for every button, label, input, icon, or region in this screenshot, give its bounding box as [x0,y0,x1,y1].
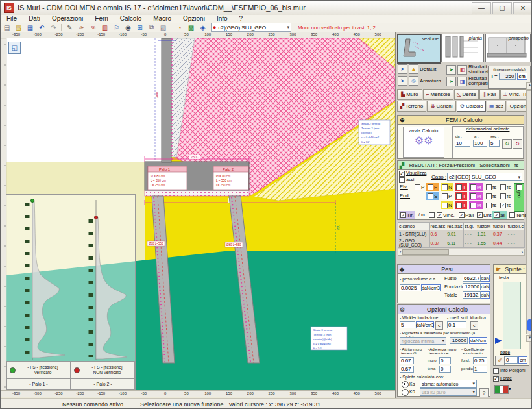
view-risultati-completi-button[interactable]: ➤ ◨ Risultaticompleti [446,76,488,86]
view-default-button[interactable]: ➤ ▲ Default [398,64,436,74]
cb-tir[interactable]: ✓Tir. [399,211,415,219]
attrito-terra-input[interactable] [400,366,414,373]
table-scroll-right[interactable]: › [520,250,524,254]
help-button[interactable]: ? [479,388,489,397]
cmd-dente[interactable]: ◺Dente [454,89,479,100]
undo-icon[interactable]: ↶ [36,23,47,32]
close-button[interactable]: ✕ [513,2,532,14]
cb-fnd-P[interactable]: P [441,192,453,200]
table-scrollbar-thumb[interactable] [402,249,449,255]
cb-fnd-fs1[interactable]: fs [485,192,498,200]
cb-fnd-S[interactable]: S [426,192,439,200]
new-file-icon[interactable]: ▤ [1,23,12,32]
maximize-button[interactable]: ▢ [492,2,512,14]
attrito-muro-input[interactable] [400,357,414,364]
cb-row3-M[interactable]: M [469,201,483,209]
cb-fnd-M[interactable]: M [469,192,483,200]
cb-ali[interactable]: ✓ali [492,211,507,219]
cb-fnd-fs2[interactable]: fs [499,192,512,200]
caso-dropdown[interactable]: c2|[GEO] SLU_GEO▾ [447,173,522,181]
book-icon[interactable]: ▥ [99,23,110,32]
rebar-percent-icon[interactable]: % [88,23,99,32]
preview-sezione[interactable]: sezione [397,34,441,64]
menu-info[interactable]: Info [211,15,234,23]
grid-icon[interactable]: ▩ [186,23,197,32]
menu-calcolo[interactable]: Calcolo [114,15,147,23]
spinte-level-input[interactable] [505,356,518,364]
avvia-calcolo-button[interactable]: avvia Calcolo ⚙⚙ [403,127,444,158]
edit-icon[interactable]: ✎ [64,23,75,32]
menu-macro[interactable]: Macro [147,15,177,23]
panel-scroll-up[interactable]: ▲ [526,82,532,90]
cmd-sez[interactable]: ▦sez [487,101,505,112]
save-icon[interactable]: ▦ [25,23,36,32]
pesi-fusto-value[interactable] [463,275,481,282]
interasse-input[interactable] [499,73,516,80]
open-icon[interactable]: ▨ [13,23,24,32]
peso-volume-input[interactable] [400,284,420,291]
sheet-icon[interactable]: ▧ [158,23,169,32]
rigidezza-value[interactable] [450,337,468,344]
cb-elv-fs1[interactable]: fs [485,183,498,191]
panel-scrollbar-thumb[interactable] [527,319,532,331]
window-icon[interactable]: ⊞ [134,23,145,32]
winkler-pick-button[interactable]: < [435,321,443,330]
globe-icon[interactable]: ◉ [123,23,134,32]
play-animation-button[interactable]: ↻ [502,139,512,149]
deform-sec-input[interactable] [489,140,500,147]
pages-icon[interactable]: ⧉ [146,23,157,32]
stop-animation-button[interactable]: ↻ [513,139,522,149]
cb-elv-P[interactable]: P [413,183,426,191]
sign-icon[interactable]: ✑ [76,23,87,32]
view-armatura-button[interactable]: ➤ ◎ Armatura [398,76,441,86]
cmd-terreno[interactable]: ▞Terreno [397,101,426,112]
testa-link[interactable]: testa [499,275,509,280]
cmd-carichi[interactable]: ⇊Carichi [427,101,456,112]
preview-pianta[interactable]: pianta [441,34,484,62]
pesi-totale-value[interactable] [463,291,481,299]
pie-chart-icon[interactable]: ◔ [174,23,185,32]
edit-level-button[interactable]: ✐ [495,356,505,366]
menu-opzioni[interactable]: Opzioni [177,15,211,23]
flag-icon[interactable]: ⚐ [111,23,122,32]
coeff-pick-button[interactable]: < [470,321,478,330]
load-case-dropdown[interactable]: ● c2|(GEO) SLU_GEO ▾ [211,23,291,32]
menu-ferri[interactable]: Ferri [89,15,114,23]
fnd-link[interactable]: Fnd. [400,193,410,199]
pesi-fondazione-value[interactable] [463,283,481,290]
aderenza-muro-input[interactable] [439,357,451,364]
menu-operazioni[interactable]: Operazioni [46,15,89,23]
panel-scroll-down[interactable]: ▼ [526,335,532,342]
cb-pali[interactable]: ✓Pali [457,211,475,219]
ka-radio[interactable] [402,381,409,388]
preview-prospetto[interactable]: prospetto [485,34,531,62]
cb-vinc[interactable]: ✓Vinc. [435,211,456,219]
language-flag-button[interactable] [494,385,509,394]
cb-elv-T[interactable]: T [455,183,467,191]
menu-file[interactable]: File [1,15,23,23]
panel-scrollbar-track[interactable] [526,90,532,334]
view-risultati-strutturali-button[interactable]: ➤ ◧ Risultatistrutturali [446,64,490,75]
rigidezza-dropdown[interactable]: rigidezza infinita▾ [400,337,446,345]
visualizza-checkbox[interactable]: ✓ Visualizza [399,171,426,177]
cb-elv-F[interactable]: F [426,183,439,191]
sisma-dropdown[interactable]: sisma: automatico▾ [420,380,477,388]
base-link[interactable]: base [500,350,510,354]
cb-row3-fs1[interactable]: fs [485,201,498,209]
coeff-idraulica-input[interactable] [447,321,466,328]
flag-chevron-icon[interactable]: ▾ [509,386,511,391]
winkler-input[interactable] [400,321,415,328]
k0-radio[interactable] [402,389,409,396]
cb-elv-N[interactable]: N [441,183,453,191]
shield-icon[interactable]: ◈ [197,23,208,32]
cmd-calcolo[interactable]: ⚙Calcolo [457,101,486,112]
cb-row3-T[interactable]: T [455,201,467,209]
forze-checkbox[interactable]: ✓ Forze [493,376,512,382]
cmd-muro[interactable]: ▙Muro [397,89,422,100]
aderenza-terra-input[interactable] [439,366,451,373]
cmd-mensole[interactable]: ⌐Mensole [423,89,453,100]
cb-row3-N[interactable]: N [441,201,453,209]
menu-dati[interactable]: Dati [23,15,46,23]
canvas-corner-icon[interactable]: ◱ [8,42,21,54]
elv-link[interactable]: Elv. [400,184,408,190]
